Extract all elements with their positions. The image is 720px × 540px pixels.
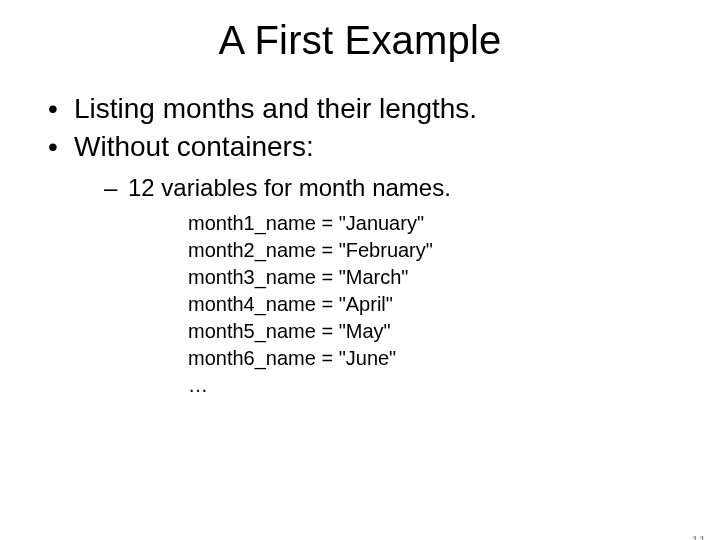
bullet-item: Without containers: 12 variables for mon… — [48, 129, 688, 399]
code-line: month3_name = "March" — [188, 264, 688, 291]
code-line: month6_name = "June" — [188, 345, 688, 372]
bullet-item: Listing months and their lengths. — [48, 91, 688, 127]
code-block: month1_name = "January" month2_name = "F… — [188, 210, 688, 399]
sub-bullet-text: 12 variables for month names. — [128, 174, 451, 201]
sub-bullet-item: 12 variables for month names. month1_nam… — [104, 172, 688, 399]
bullet-list-level1: Listing months and their lengths. Withou… — [48, 91, 688, 399]
code-line: … — [188, 372, 688, 399]
code-line: month1_name = "January" — [188, 210, 688, 237]
code-line: month2_name = "February" — [188, 237, 688, 264]
page-number: 11 — [692, 533, 706, 540]
bullet-text: Without containers: — [74, 131, 314, 162]
code-line: month4_name = "April" — [188, 291, 688, 318]
slide: A First Example Listing months and their… — [0, 18, 720, 540]
slide-title: A First Example — [0, 18, 720, 63]
slide-body: Listing months and their lengths. Withou… — [0, 91, 720, 399]
code-line: month5_name = "May" — [188, 318, 688, 345]
bullet-list-level2: 12 variables for month names. month1_nam… — [74, 172, 688, 399]
